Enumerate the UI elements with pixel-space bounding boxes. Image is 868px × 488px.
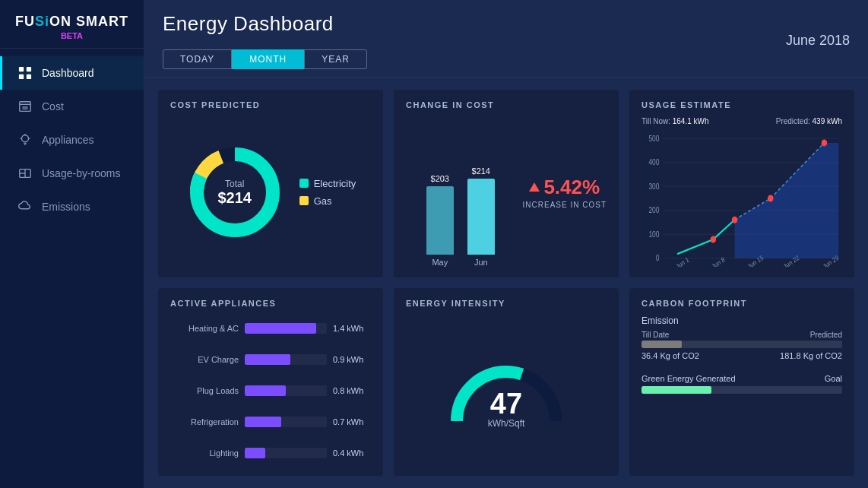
- page-title: Energy Dashboard: [163, 12, 367, 36]
- gauge-center: 47 kWh/Sqft: [488, 389, 525, 429]
- gauge-container: 47 kWh/Sqft: [406, 315, 607, 465]
- bar-jun-rect: [467, 179, 495, 255]
- electricity-dot: [299, 179, 309, 188]
- app-val-fridge: 0.7 kWh: [333, 417, 371, 426]
- bar-jun: $214 Jun: [467, 166, 495, 267]
- svg-text:300: 300: [648, 182, 659, 191]
- donut-chart-area: Total $214 Electricity Gas: [170, 117, 371, 267]
- app-row-ev: EV Charge 0.9 kWh: [170, 354, 371, 365]
- carbon-footprint-card: CARBON FOOTPRINT Emission Till Date Pred…: [629, 288, 854, 476]
- donut-legend: Electricity Gas: [299, 178, 356, 207]
- green-energy-label: Green Energy Generated: [641, 374, 736, 383]
- donut-value: $214: [217, 189, 252, 206]
- svg-point-40: [768, 195, 774, 202]
- bulb-icon: [17, 132, 33, 147]
- usage-estimate-title: USAGE ESTIMATE: [641, 100, 842, 109]
- donut-center: Total $214: [217, 178, 252, 206]
- predicted-label-carbon: Predicted: [810, 331, 842, 339]
- app-name-lighting: Lighting: [170, 448, 239, 458]
- electricity-label: Electricity: [314, 178, 356, 189]
- predicted: Predicted: 439 kWh: [776, 117, 842, 125]
- app-row-lighting: Lighting 0.4 kWh: [170, 448, 371, 458]
- sidebar-item-rooms[interactable]: Usage-by-rooms: [0, 157, 144, 190]
- cost-predicted-title: COST PREDICTED: [170, 100, 371, 109]
- app-fill-lighting: [245, 448, 265, 458]
- active-appliances-card: ACTIVE APPLIANCES Heating & AC 1.4 kWh E…: [158, 288, 383, 476]
- sidebar-nav: Dashboard Cost: [0, 49, 144, 488]
- sidebar-label-emissions: Emissions: [42, 201, 90, 213]
- app-fill-ev: [245, 354, 290, 365]
- goal-label: Goal: [825, 374, 842, 383]
- sidebar-item-appliances[interactable]: Appliances: [0, 123, 144, 157]
- emission-section: Emission Till Date Predicted 36.4 Kg of …: [641, 315, 842, 360]
- emission-bar-fill: [641, 341, 682, 348]
- change-pct-display: 5.42%: [529, 176, 600, 199]
- svg-rect-0: [19, 67, 24, 71]
- usage-line-chart: 500 400 300 200 100 0 Jun 1 Jun 8 Jun 15…: [641, 130, 842, 267]
- app-row-plug: Plug Loads 0.8 kWh: [170, 385, 371, 396]
- gas-label: Gas: [314, 195, 332, 207]
- change-bar-chart: $203 May $214 Jun: [406, 117, 515, 267]
- gauge-wrap: 47 kWh/Sqft: [445, 353, 567, 429]
- change-label: INCREASE IN COST: [523, 201, 607, 209]
- till-date-value: 36.4 Kg of CO2: [641, 351, 699, 360]
- legend-electricity: Electricity: [299, 178, 356, 189]
- cost-predicted-card: COST PREDICTED Total $214: [158, 90, 383, 277]
- green-bar-track: [641, 386, 842, 394]
- gauge-value: 47: [488, 389, 525, 418]
- tab-bar: TODAY MONTH YEAR: [163, 49, 367, 69]
- change-in-cost-card: CHANGE IN COST $203 May $214 Jun: [394, 90, 619, 277]
- svg-text:100: 100: [648, 230, 659, 239]
- green-energy-section: Green Energy Generated Goal: [641, 374, 842, 394]
- app-name-ev: EV Charge: [170, 355, 239, 364]
- bar-jun-value: $214: [472, 166, 490, 176]
- tab-year[interactable]: YEAR: [304, 49, 367, 69]
- tab-today[interactable]: TODAY: [163, 49, 232, 69]
- sidebar-label-cost: Cost: [42, 100, 64, 112]
- svg-text:500: 500: [648, 135, 659, 143]
- change-stat: 5.42% INCREASE IN COST: [523, 117, 607, 267]
- app-val-ev: 0.9 kWh: [333, 355, 371, 364]
- change-in-cost-title: CHANGE IN COST: [406, 100, 607, 109]
- svg-rect-4: [20, 102, 30, 112]
- cost-icon: [17, 99, 33, 114]
- bar-may-month: May: [432, 258, 448, 267]
- app-bar-ev: [245, 354, 327, 365]
- rooms-icon: [17, 166, 33, 181]
- usage-meta: Till Now: 164.1 kWh Predicted: 439 kWh: [641, 117, 842, 125]
- svg-text:400: 400: [648, 158, 659, 166]
- legend-gas: Gas: [299, 195, 356, 207]
- sidebar-item-dashboard[interactable]: Dashboard: [0, 56, 144, 90]
- gas-dot: [299, 196, 309, 205]
- svg-text:0: 0: [656, 254, 660, 262]
- svg-rect-1: [27, 67, 31, 71]
- sidebar-item-emissions[interactable]: Emissions: [0, 190, 144, 223]
- app-bar-fridge: [245, 417, 327, 427]
- app-row-heating: Heating & AC 1.4 kWh: [170, 323, 371, 334]
- energy-intensity-card: ENERGY INTENSITY 47 kWh/Sqft: [394, 288, 619, 476]
- svg-point-41: [822, 139, 828, 146]
- usage-estimate-card: USAGE ESTIMATE Till Now: 164.1 kWh Predi…: [629, 90, 854, 277]
- emission-label: Emission: [641, 315, 842, 326]
- svg-text:200: 200: [648, 206, 659, 214]
- cloud-icon: [17, 199, 33, 214]
- app-val-plug: 0.8 kWh: [333, 386, 371, 395]
- tab-month[interactable]: MONTH: [232, 49, 304, 69]
- svg-rect-3: [27, 74, 31, 79]
- sidebar-label-appliances: Appliances: [42, 134, 94, 146]
- svg-text:Jun 8: Jun 8: [711, 255, 727, 267]
- sidebar-item-cost[interactable]: Cost: [0, 90, 144, 123]
- app-bar-lighting: [245, 448, 327, 458]
- appliances-list: Heating & AC 1.4 kWh EV Charge 0.9 kWh P…: [170, 315, 371, 465]
- logo-beta: BETA: [15, 31, 128, 40]
- sidebar-label-dashboard: Dashboard: [42, 67, 94, 79]
- app-bar-plug: [245, 385, 327, 396]
- green-label-row: Green Energy Generated Goal: [641, 374, 842, 383]
- change-cost-inner: $203 May $214 Jun 5.42%: [406, 117, 607, 267]
- active-appliances-title: ACTIVE APPLIANCES: [170, 299, 371, 308]
- app-name-fridge: Refrigeration: [170, 417, 239, 426]
- carbon-footprint-title: CARBON FOOTPRINT: [641, 299, 842, 308]
- bars-row: $203 May $214 Jun: [426, 183, 495, 267]
- bar-may: $203 May: [426, 174, 454, 267]
- app-row-fridge: Refrigeration 0.7 kWh: [170, 417, 371, 427]
